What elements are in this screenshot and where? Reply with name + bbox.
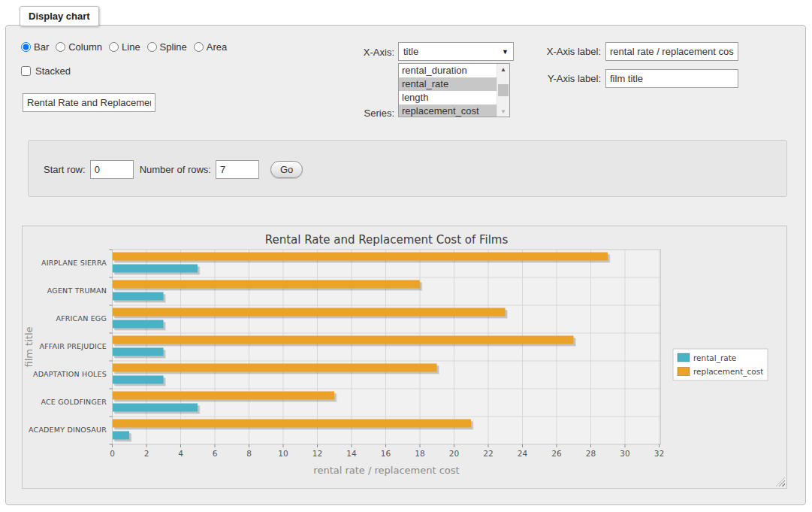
- stacked-label: Stacked: [35, 65, 71, 77]
- svg-text:rental_rate: rental_rate: [693, 353, 736, 363]
- start-row-label: Start row:: [44, 164, 86, 175]
- chart-type-option-line: Line: [109, 41, 140, 53]
- chart-type-label: Column: [68, 41, 102, 53]
- svg-text:14: 14: [346, 449, 357, 458]
- chart-type-radio-spline[interactable]: [147, 42, 157, 52]
- chart-type-radio-bar[interactable]: [21, 42, 31, 52]
- chart-type-radio-group: BarColumnLineSplineArea: [21, 41, 227, 53]
- svg-text:20: 20: [449, 449, 459, 458]
- series-option-rental_duration[interactable]: rental_duration: [399, 64, 497, 77]
- svg-text:4: 4: [178, 449, 183, 458]
- fieldset-legend: Display chart: [20, 6, 99, 26]
- bar-chart: Rental Rate and Replacement Cost of Film…: [23, 226, 786, 488]
- svg-text:32: 32: [654, 449, 664, 458]
- chart-title-input[interactable]: [23, 93, 155, 112]
- row-range-panel: Start row: Number of rows: Go: [28, 140, 787, 197]
- svg-text:28: 28: [586, 449, 596, 458]
- start-row-input[interactable]: [90, 160, 134, 179]
- row-range-controls: Start row: Number of rows: Go: [44, 159, 303, 180]
- chart-type-radio-area[interactable]: [194, 42, 204, 52]
- svg-text:replacement_cost: replacement_cost: [693, 367, 763, 377]
- svg-text:26: 26: [551, 449, 562, 458]
- y-axis-label-input[interactable]: [605, 69, 738, 88]
- x-axis-select-label: X-Axis:: [315, 47, 394, 58]
- svg-text:10: 10: [278, 449, 288, 458]
- svg-text:ACADEMY DINOSAUR: ACADEMY DINOSAUR: [29, 426, 107, 434]
- series-option-replacement_cost[interactable]: replacement_cost: [399, 105, 497, 117]
- svg-text:18: 18: [415, 449, 424, 458]
- svg-text:AFFAIR PREJUDICE: AFFAIR PREJUDICE: [39, 342, 107, 350]
- series-multiselect[interactable]: rental_durationrental_ratelengthreplacem…: [398, 63, 510, 117]
- go-button[interactable]: Go: [270, 161, 303, 178]
- chart-type-radio-column[interactable]: [56, 42, 65, 52]
- chart-type-option-bar: Bar: [21, 41, 49, 53]
- stacked-checkbox[interactable]: [21, 66, 31, 76]
- series-list-label: Series:: [315, 108, 394, 119]
- series-scrollbar[interactable]: ▲ ▼: [497, 64, 509, 117]
- chart-type-label: Area: [207, 41, 227, 53]
- x-axis-selected-value: title: [403, 46, 502, 57]
- series-options: rental_durationrental_ratelengthreplacem…: [399, 64, 497, 117]
- series-option-rental_rate[interactable]: rental_rate: [399, 77, 497, 91]
- y-axis-label-field-label: Y-Axis label:: [496, 73, 601, 84]
- series-option-length[interactable]: length: [399, 91, 497, 105]
- chart-type-label: Spline: [160, 41, 187, 53]
- svg-text:6: 6: [213, 449, 218, 458]
- x-axis-label-field-label: X-Axis label:: [496, 46, 601, 57]
- chart-type-option-column: Column: [56, 41, 102, 53]
- chart-type-radio-line[interactable]: [109, 42, 119, 52]
- chart-type-option-spline: Spline: [147, 41, 187, 53]
- svg-text:0: 0: [110, 449, 115, 458]
- scroll-down-icon[interactable]: ▼: [497, 106, 509, 117]
- svg-text:Rental Rate and Replacement Co: Rental Rate and Replacement Cost of Film…: [265, 233, 509, 247]
- svg-text:film title: film title: [23, 326, 35, 367]
- svg-text:24: 24: [518, 449, 528, 458]
- svg-text:rental rate / replacement cost: rental rate / replacement cost: [313, 465, 459, 476]
- svg-text:16: 16: [381, 449, 391, 458]
- chart-type-label: Line: [122, 41, 140, 53]
- num-rows-label: Number of rows:: [140, 164, 211, 175]
- scrollbar-thumb[interactable]: [498, 84, 509, 96]
- svg-text:12: 12: [312, 449, 322, 458]
- svg-text:30: 30: [620, 449, 629, 458]
- chart-type-option-area: Area: [194, 41, 227, 53]
- svg-text:ADAPTATION HOLES: ADAPTATION HOLES: [33, 370, 107, 378]
- num-rows-input[interactable]: [216, 160, 259, 179]
- x-axis-label-input[interactable]: [605, 42, 738, 61]
- chart-container: Rental Rate and Replacement Cost of Film…: [22, 226, 787, 489]
- svg-text:ACE GOLDFINGER: ACE GOLDFINGER: [41, 398, 107, 406]
- svg-text:AIRPLANE SIERRA: AIRPLANE SIERRA: [41, 259, 107, 267]
- svg-text:22: 22: [483, 449, 493, 458]
- svg-text:2: 2: [144, 449, 149, 458]
- svg-text:AGENT TRUMAN: AGENT TRUMAN: [47, 286, 107, 295]
- stacked-checkbox-row: Stacked: [21, 65, 71, 77]
- chart-type-label: Bar: [34, 41, 49, 53]
- svg-text:8: 8: [246, 449, 252, 458]
- svg-text:AFRICAN EGG: AFRICAN EGG: [56, 314, 107, 323]
